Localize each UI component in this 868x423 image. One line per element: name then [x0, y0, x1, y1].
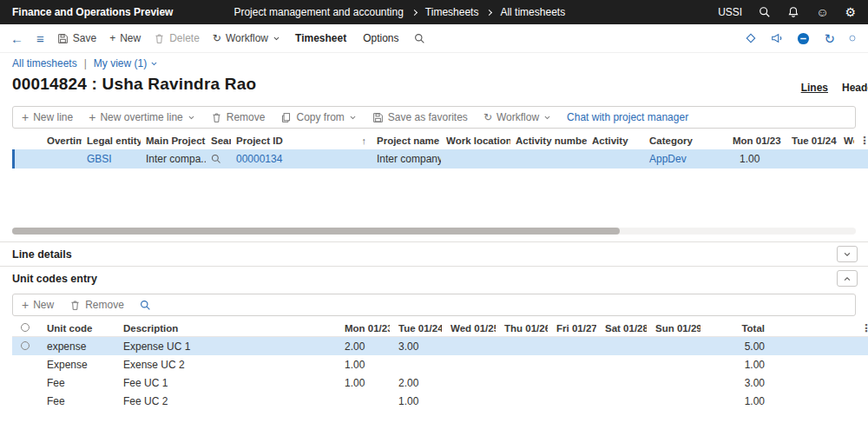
- cell-mon[interactable]: 1.00: [336, 359, 390, 371]
- notifications-bell-icon[interactable]: [787, 6, 799, 18]
- column-options-icon[interactable]: ⋮: [854, 135, 868, 146]
- cell-unit-code[interactable]: Expense: [38, 359, 115, 371]
- cell-tue[interactable]: 3.00: [390, 340, 442, 353]
- cell-project-name[interactable]: Inter company...: [372, 153, 441, 165]
- delete-button[interactable]: Delete: [154, 32, 200, 44]
- breadcrumb-page[interactable]: All timesheets: [500, 6, 565, 18]
- cell-legal-entity[interactable]: GBSI: [82, 153, 141, 165]
- new-overtime-line-button[interactable]: + New overtime line: [89, 111, 195, 123]
- search-icon[interactable]: [759, 6, 771, 18]
- unit-code-row[interactable]: Fee Fee UC 1 1.00 2.00 3.00: [12, 373, 868, 392]
- tab-timesheet[interactable]: Timesheet: [293, 32, 348, 44]
- cell-mon[interactable]: 1.00: [727, 153, 786, 165]
- cell-mon[interactable]: 1.00: [336, 377, 390, 389]
- tab-header[interactable]: Header: [842, 82, 868, 94]
- workflow-button[interactable]: ↻ Workflow: [483, 111, 551, 123]
- cell-description[interactable]: Fee UC 2: [115, 395, 336, 407]
- all-timesheets-link[interactable]: All timesheets: [12, 57, 77, 69]
- cell-project-id[interactable]: 00000134: [231, 153, 372, 165]
- filter-search-icon[interactable]: [140, 300, 151, 311]
- back-icon[interactable]: ←: [10, 32, 23, 45]
- column-header-overtime[interactable]: Overtime: [42, 135, 82, 146]
- feedback-smiley-icon[interactable]: ☺: [816, 6, 828, 18]
- unit-code-row[interactable]: Fee Fee UC 2 1.00 1.00: [12, 392, 868, 410]
- tab-lines[interactable]: Lines: [801, 82, 828, 94]
- column-header-project-name[interactable]: Project name: [372, 135, 441, 146]
- row-radio[interactable]: [12, 340, 38, 353]
- save-as-favorites-button[interactable]: Save as favorites: [372, 111, 468, 123]
- column-header-wed[interactable]: Wed 01/25: [442, 323, 496, 334]
- column-header-unit-code[interactable]: Unit code: [38, 323, 115, 334]
- app-title[interactable]: Finance and Operations Preview: [0, 6, 185, 18]
- column-header-sun[interactable]: Sun 01/29: [647, 323, 700, 334]
- column-header-activity[interactable]: Activity: [587, 135, 644, 146]
- breadcrumb-area[interactable]: Timesheets: [425, 6, 479, 18]
- tab-options[interactable]: Options: [361, 32, 400, 44]
- column-header-work-location[interactable]: Work location ID: [441, 135, 510, 146]
- refresh-sync-icon[interactable]: ↻: [824, 32, 835, 45]
- column-header-category[interactable]: Category: [644, 135, 727, 146]
- expand-section-button[interactable]: [837, 246, 858, 262]
- cell-description[interactable]: Expense UC 1: [115, 340, 336, 353]
- column-header-mon[interactable]: Mon 01/23: [336, 323, 390, 334]
- cell-unit-code[interactable]: Fee: [38, 395, 115, 407]
- cell-main-project[interactable]: Inter compa...: [141, 153, 206, 165]
- horizontal-scrollbar[interactable]: [12, 228, 856, 235]
- row-selector[interactable]: [12, 149, 42, 169]
- breadcrumb-module[interactable]: Project management and accounting: [233, 6, 403, 18]
- column-header-project-id[interactable]: Project ID ↑: [231, 135, 372, 146]
- timesheet-line-row[interactable]: GBSI Inter compa... 00000134 Inter compa…: [12, 149, 868, 169]
- cell-category[interactable]: AppDev: [644, 153, 727, 165]
- clipped-icon[interactable]: [849, 32, 856, 44]
- column-header-search[interactable]: Sear...: [206, 135, 231, 146]
- announcement-speaker-icon[interactable]: [771, 32, 783, 44]
- workflow-button[interactable]: ↻ Workflow: [213, 32, 280, 44]
- unit-code-row[interactable]: Expense Exense UC 2 1.00 1.00: [12, 355, 868, 373]
- unit-codes-section[interactable]: Unit codes entry: [0, 266, 868, 290]
- collapse-section-button[interactable]: [837, 270, 858, 287]
- column-header-description[interactable]: Description: [115, 323, 336, 334]
- cell-mon[interactable]: 2.00: [336, 340, 390, 353]
- column-header-tue[interactable]: Tue 01/24: [390, 323, 442, 334]
- my-view-selector[interactable]: My view (1): [94, 57, 158, 69]
- column-header-thu[interactable]: Thu 01/26: [496, 323, 548, 334]
- column-header-main-project[interactable]: Main Project: [141, 135, 206, 146]
- save-button[interactable]: Save: [57, 32, 96, 44]
- unit-new-button[interactable]: + New: [22, 299, 54, 311]
- column-header-sat[interactable]: Sat 01/28: [596, 323, 647, 334]
- cell-unit-code[interactable]: Fee: [38, 377, 115, 389]
- column-header-wed-clipped[interactable]: We: [838, 135, 854, 146]
- column-header-total[interactable]: Total: [700, 323, 773, 334]
- radio-circle-icon: [21, 323, 30, 332]
- column-header-activity-number[interactable]: Activity number: [510, 135, 587, 146]
- column-header-fri[interactable]: Fri 01/27: [548, 323, 596, 334]
- line-details-section[interactable]: Line details: [0, 241, 868, 266]
- column-header-tue[interactable]: Tue 01/24: [786, 135, 838, 146]
- cell-unit-code[interactable]: expense: [38, 340, 115, 353]
- cell-description[interactable]: Fee UC 1: [115, 377, 336, 389]
- shapes-diamond-icon[interactable]: [745, 32, 757, 44]
- lines-grid-toolbar: + New line + New overtime line Remove Co…: [12, 106, 856, 129]
- column-header-mon[interactable]: Mon 01/23: [727, 135, 786, 146]
- cell-description[interactable]: Exense UC 2: [115, 359, 336, 371]
- column-options-icon[interactable]: ⋮: [852, 323, 868, 334]
- scrollbar-thumb[interactable]: [12, 228, 620, 235]
- search-icon[interactable]: [414, 33, 425, 44]
- copy-from-button[interactable]: Copy from: [280, 111, 356, 123]
- unit-remove-button[interactable]: Remove: [69, 299, 124, 311]
- company-picker[interactable]: USSI: [718, 6, 742, 18]
- menu-icon[interactable]: ≡: [36, 32, 44, 45]
- unit-code-row[interactable]: expense Expense UC 1 2.00 3.00 5.00: [12, 337, 868, 355]
- new-button[interactable]: + New: [109, 32, 141, 44]
- my-view-label: My view (1): [94, 57, 147, 69]
- select-all-radio[interactable]: [12, 323, 38, 334]
- column-header-legal-entity[interactable]: Legal entity: [82, 135, 141, 146]
- chat-with-project-manager-button[interactable]: Chat with project manager: [567, 111, 688, 123]
- message-center-icon[interactable]: [797, 32, 810, 45]
- cell-tue[interactable]: 1.00: [390, 395, 442, 407]
- settings-gear-icon[interactable]: ⚙: [845, 6, 856, 18]
- lookup-search-icon[interactable]: [206, 154, 231, 164]
- new-line-button[interactable]: + New line: [22, 111, 73, 123]
- cell-tue[interactable]: 2.00: [390, 377, 442, 389]
- remove-line-button[interactable]: Remove: [211, 111, 266, 123]
